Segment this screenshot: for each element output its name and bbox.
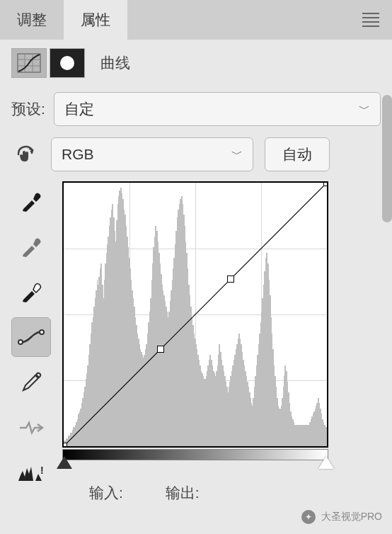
output-label: 输出: — [166, 483, 200, 503]
scrollbar[interactable] — [382, 95, 392, 222]
svg-point-5 — [60, 56, 74, 70]
auto-button[interactable]: 自动 — [265, 137, 330, 171]
black-point-slider[interactable] — [57, 456, 72, 469]
chevron-down-icon: ﹀ — [359, 102, 370, 117]
curve-point[interactable] — [323, 181, 328, 186]
svg-point-7 — [40, 330, 44, 334]
preset-value: 自定 — [64, 99, 94, 119]
tab-adjustments[interactable]: 调整 — [0, 0, 64, 40]
targeted-adjustment-icon[interactable] — [11, 140, 40, 169]
chevron-down-icon: ﹀ — [231, 147, 243, 162]
curve-point[interactable] — [157, 346, 164, 353]
channel-value: RGB — [62, 146, 94, 163]
curves-label: 曲线 — [100, 53, 130, 73]
curve-point[interactable] — [227, 275, 234, 283]
black-eyedropper-icon[interactable] — [11, 181, 51, 221]
white-eyedropper-icon[interactable] — [11, 272, 51, 312]
white-point-slider[interactable] — [318, 456, 334, 469]
preset-label: 预设: — [11, 99, 45, 119]
mask-icon[interactable] — [50, 48, 85, 78]
curve-edit-icon[interactable] — [11, 317, 51, 357]
tab-properties[interactable]: 属性 — [64, 0, 127, 40]
wechat-icon: ✦ — [301, 510, 316, 524]
panel-menu-icon[interactable] — [362, 13, 379, 27]
watermark: ✦ 大圣视觉PRO — [301, 510, 382, 524]
smooth-icon[interactable] — [11, 408, 51, 448]
clip-histogram-icon[interactable]: ! — [11, 453, 51, 493]
curves-graph[interactable] — [62, 181, 328, 448]
svg-point-6 — [18, 340, 23, 344]
gray-eyedropper-icon[interactable] — [11, 227, 51, 266]
channel-dropdown[interactable]: RGB ﹀ — [51, 137, 253, 171]
curves-adjustment-icon[interactable] — [11, 48, 47, 78]
svg-text:!: ! — [40, 465, 44, 476]
curve-point[interactable] — [62, 443, 67, 448]
pencil-icon[interactable] — [11, 363, 51, 402]
input-label: 输入: — [89, 483, 123, 503]
preset-dropdown[interactable]: 自定 ﹀ — [54, 92, 381, 126]
